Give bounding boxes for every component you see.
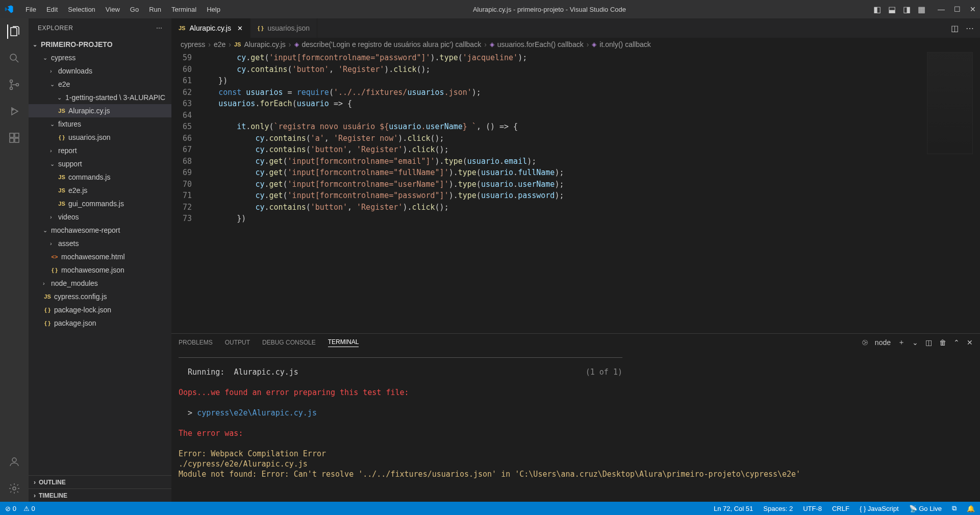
- search-icon[interactable]: [7, 51, 21, 65]
- layout-sidebar-left-icon[interactable]: ◧: [873, 5, 881, 14]
- tree-item-label: e2e.js: [68, 186, 87, 194]
- tree-item[interactable]: JSAlurapic.cy.js: [29, 104, 171, 117]
- menu-view[interactable]: View: [100, 4, 125, 15]
- menu-edit[interactable]: Edit: [41, 4, 63, 15]
- status-spaces[interactable]: Spaces: 2: [763, 505, 793, 512]
- terminal-dropdown-icon[interactable]: ⌄: [912, 338, 918, 347]
- status-eol[interactable]: CRLF: [832, 505, 849, 512]
- split-editor-icon[interactable]: ◫: [951, 23, 959, 33]
- tree-root[interactable]: ⌄ PRIMEIRO-PROJETO: [29, 38, 171, 51]
- layout-grid-icon[interactable]: ▦: [918, 5, 925, 14]
- bottom-panel: PROBLEMS OUTPUT DEBUG CONSOLE TERMINAL ⧁…: [171, 333, 980, 502]
- tree-item[interactable]: JSgui_commands.js: [29, 197, 171, 210]
- timeline-section[interactable]: › TIMELINE: [29, 488, 171, 502]
- close-tab-icon[interactable]: ✕: [237, 24, 243, 32]
- tree-item[interactable]: ›report: [29, 144, 171, 157]
- tree-item[interactable]: ⌄support: [29, 157, 171, 170]
- tree-item[interactable]: JScypress.config.js: [29, 290, 171, 303]
- js-file-icon: JS: [234, 41, 241, 47]
- tree-item[interactable]: { }usuarios.json: [29, 131, 171, 144]
- terminal-shell-icon[interactable]: ⧁: [862, 338, 868, 347]
- status-errors[interactable]: ⊘ 0: [5, 505, 16, 512]
- minimize-icon[interactable]: —: [938, 5, 945, 13]
- menu-file[interactable]: File: [20, 4, 41, 15]
- tree-item[interactable]: JSe2e.js: [29, 184, 171, 197]
- panel-tab-output[interactable]: OUTPUT: [225, 339, 250, 346]
- running-count: (1 of 1): [586, 367, 622, 377]
- breadcrumb-item[interactable]: describe('Login e registro de usuários a…: [302, 40, 482, 48]
- breadcrumb-item[interactable]: usuarios.forEach() callback: [497, 40, 584, 48]
- source-control-icon[interactable]: [7, 78, 21, 92]
- explorer-icon[interactable]: [7, 24, 21, 39]
- status-feedback-icon[interactable]: ⧉: [952, 504, 957, 512]
- panel-tab-terminal[interactable]: TERMINAL: [328, 338, 359, 347]
- split-terminal-icon[interactable]: ◫: [925, 338, 932, 347]
- layout-sidebar-right-icon[interactable]: ◨: [903, 5, 911, 14]
- maximize-panel-icon[interactable]: ⌃: [953, 338, 960, 347]
- tree-item[interactable]: ⌄mochawesome-report: [29, 224, 171, 237]
- menu-go[interactable]: Go: [125, 4, 144, 15]
- breadcrumb-item[interactable]: cypress: [181, 40, 205, 48]
- code-editor[interactable]: 596061626364656667686970717273 cy.get('i…: [171, 51, 980, 333]
- layout-panel-icon[interactable]: ⬓: [888, 5, 896, 14]
- more-icon[interactable]: ⋯: [156, 24, 163, 32]
- status-language[interactable]: { } JavaScript: [860, 505, 899, 512]
- tree-item[interactable]: ›node_modules: [29, 277, 171, 290]
- tree-item[interactable]: { }package-lock.json: [29, 303, 171, 316]
- titlebar: File Edit Selection View Go Run Terminal…: [0, 0, 980, 18]
- close-icon[interactable]: ✕: [970, 5, 976, 13]
- tree-item-label: node_modules: [51, 279, 98, 287]
- code-content[interactable]: cy.get('input[formcontrolname="password"…: [200, 51, 980, 333]
- sidebar-header: EXPLORER ⋯: [29, 18, 171, 38]
- tree-item[interactable]: ⌄fixtures: [29, 117, 171, 131]
- chevron-right-icon: ›: [50, 240, 57, 247]
- terminal-output[interactable]: Running: Alurapic.cy.js (1 of 1) Oops...…: [171, 351, 980, 502]
- status-encoding[interactable]: UTF-8: [803, 505, 822, 512]
- status-golive[interactable]: 📡 Go Live: [909, 505, 942, 512]
- breadcrumb-item[interactable]: e2e: [214, 40, 225, 48]
- menu-selection[interactable]: Selection: [63, 4, 100, 15]
- tree-item-label: usuarios.json: [68, 133, 111, 141]
- status-warnings[interactable]: ⚠ 0: [23, 505, 35, 512]
- editor-tab[interactable]: { }usuarios.json: [250, 18, 317, 38]
- kill-terminal-icon[interactable]: 🗑: [939, 338, 946, 347]
- outline-section[interactable]: › OUTLINE: [29, 475, 171, 488]
- breadcrumb-item[interactable]: it.only() callback: [599, 40, 650, 48]
- status-cursor[interactable]: Ln 72, Col 51: [714, 505, 753, 512]
- settings-gear-icon[interactable]: [7, 481, 21, 496]
- json-file-icon: { }: [43, 307, 52, 313]
- breadcrumb-item[interactable]: Alurapic.cy.js: [244, 40, 285, 48]
- tree-item[interactable]: JScommands.js: [29, 170, 171, 184]
- menu-run[interactable]: Run: [144, 4, 166, 15]
- statusbar: ⊘ 0 ⚠ 0 Ln 72, Col 51 Spaces: 2 UTF-8 CR…: [0, 502, 980, 515]
- panel-tab-problems[interactable]: PROBLEMS: [179, 339, 213, 346]
- tree-item[interactable]: ⌄cypress: [29, 51, 171, 64]
- accounts-icon[interactable]: [7, 455, 21, 469]
- status-bell-icon[interactable]: 🔔: [967, 505, 975, 512]
- tree-item[interactable]: ›assets: [29, 237, 171, 250]
- editor-tab[interactable]: JSAlurapic.cy.js✕: [171, 18, 250, 38]
- menu-terminal[interactable]: Terminal: [166, 4, 202, 15]
- tree-item[interactable]: <>mochawesome.html: [29, 250, 171, 263]
- tree-item[interactable]: ⌄e2e: [29, 78, 171, 91]
- explorer-title: EXPLORER: [38, 24, 73, 32]
- panel-tab-debug[interactable]: DEBUG CONSOLE: [262, 339, 316, 346]
- breadcrumb[interactable]: cypress› e2e› JS Alurapic.cy.js› ◈ descr…: [171, 38, 980, 51]
- new-terminal-icon[interactable]: ＋: [898, 338, 905, 347]
- window-title: Alurapic.cy.js - primeiro-projeto - Visu…: [225, 6, 873, 13]
- tree-item[interactable]: { }mochawesome.json: [29, 263, 171, 277]
- run-debug-icon[interactable]: [7, 104, 21, 118]
- maximize-icon[interactable]: ☐: [954, 5, 961, 13]
- activity-bar: [0, 18, 29, 502]
- extensions-icon[interactable]: [7, 131, 21, 145]
- terminal-shell-label[interactable]: node: [875, 338, 891, 347]
- svg-point-4: [12, 109, 13, 110]
- more-actions-icon[interactable]: ⋯: [966, 23, 974, 33]
- tree-item[interactable]: ›downloads: [29, 64, 171, 78]
- minimap[interactable]: [927, 52, 973, 154]
- tree-item[interactable]: ›videos: [29, 210, 171, 224]
- close-panel-icon[interactable]: ✕: [967, 338, 973, 347]
- menu-help[interactable]: Help: [202, 4, 225, 15]
- tree-item[interactable]: ⌄1-getting-started \ 3-ALURAPIC: [29, 91, 171, 104]
- tree-item[interactable]: { }package.json: [29, 316, 171, 330]
